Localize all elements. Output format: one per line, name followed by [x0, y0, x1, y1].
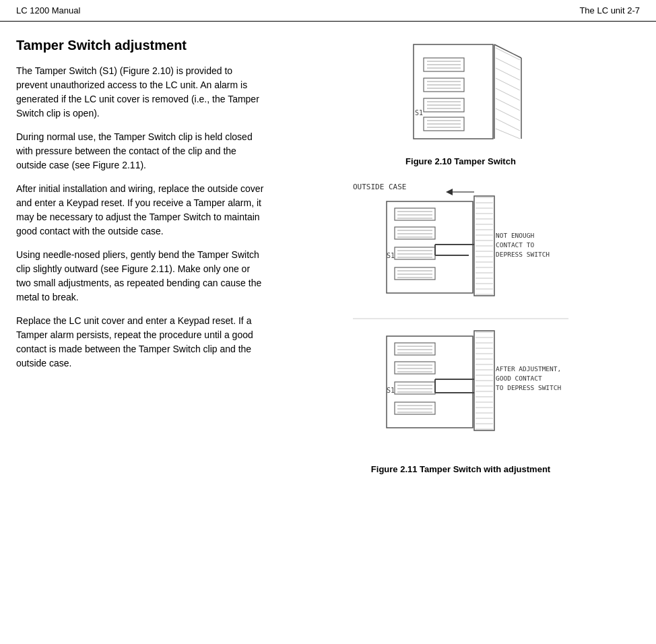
paragraph-3: After initial installation and wiring, r… [16, 182, 265, 238]
text-column: Tamper Switch adjustment The Tamper Swit… [16, 38, 265, 474]
fig210-caption: Figure 2.10 Tamper Switch [405, 156, 516, 166]
figure-210-svg: S1 [387, 38, 535, 152]
svg-text:GOOD  CONTACT: GOOD CONTACT [496, 375, 542, 382]
svg-text:S1: S1 [387, 252, 395, 259]
header-left: LC 1200 Manual [16, 5, 80, 15]
svg-text:DEPRESS  SWITCH: DEPRESS SWITCH [496, 251, 550, 258]
svg-text:OUTSIDE  CASE: OUTSIDE CASE [353, 183, 406, 191]
svg-text:CONTACT  TO: CONTACT TO [496, 241, 534, 249]
main-content: Tamper Switch adjustment The Tamper Swit… [0, 22, 656, 485]
figure-210-container: S1 Figure 2.10 Tamper Switch [282, 38, 640, 166]
header-right: The LC unit 2-7 [579, 5, 640, 15]
svg-line-0 [494, 44, 521, 58]
svg-line-3 [496, 48, 520, 60]
figures-column: S1 Figure 2.10 Tamper Switch OUTSIDE CAS… [282, 38, 640, 474]
svg-line-9 [496, 108, 520, 121]
svg-line-7 [496, 88, 520, 100]
fig211-caption: Figure 2.11 Tamper Switch with adjustmen… [371, 464, 550, 474]
figure-211-svg: OUTSIDE CASE [346, 177, 575, 460]
svg-text:NOT  ENOUGH: NOT ENOUGH [496, 232, 534, 239]
figure-211-container: OUTSIDE CASE [282, 177, 640, 474]
svg-line-10 [496, 119, 520, 131]
section-title: Tamper Switch adjustment [16, 38, 265, 53]
paragraph-2: During normal use, the Tamper Switch cli… [16, 130, 265, 172]
paragraph-4: Using needle-nosed pliers, gently bend t… [16, 248, 265, 304]
svg-line-6 [496, 78, 520, 90]
svg-line-11 [496, 129, 520, 139]
paragraph-5: Replace the LC unit cover and enter a Ke… [16, 314, 265, 371]
paragraph-1: The Tamper Switch (S1) (Figure 2.10) is … [16, 64, 265, 121]
page-header: LC 1200 Manual The LC unit 2-7 [0, 0, 656, 22]
svg-text:AFTER ADJUSTMENT,: AFTER ADJUSTMENT, [496, 365, 561, 373]
svg-text:TO DEPRESS SWITCH: TO DEPRESS SWITCH [496, 384, 562, 391]
svg-line-8 [496, 98, 520, 110]
svg-line-4 [496, 58, 520, 70]
svg-marker-31 [446, 189, 453, 195]
svg-text:S1: S1 [387, 387, 395, 394]
svg-text:S1: S1 [415, 109, 423, 117]
svg-line-5 [496, 68, 520, 80]
